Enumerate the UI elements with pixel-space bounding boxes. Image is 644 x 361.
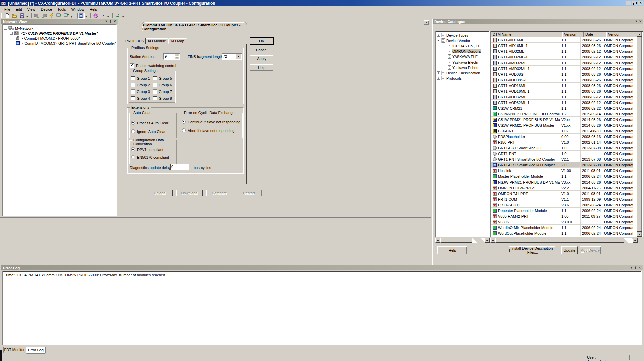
catalogue-tree-icp-das-co-lt[interactable]: ICP DAS Co., LT: [443, 43, 480, 48]
table-row-wordinormix-placeholder-module[interactable]: WordInOrMix Placeholder Module1.12006-02…: [491, 225, 633, 230]
radio-label-abort-if-slave-not-responding[interactable]: Abort if slave not responding: [188, 129, 234, 133]
tab-i-o-map[interactable]: I/O Map: [168, 38, 187, 44]
enable-watchdog-label[interactable]: Enable watchdog control: [136, 64, 176, 68]
monitor-upload-icon[interactable]: [63, 13, 70, 19]
catalogue-tree-device-classification[interactable]: +Device Classification: [437, 70, 481, 75]
checkbox-label-group-4[interactable]: Group 4: [137, 96, 150, 100]
radio-en50170-compliant[interactable]: [131, 155, 135, 159]
table-row-repeater-placeholder-module[interactable]: Repeater Placeholder Module1.12006-02-24…: [491, 208, 633, 213]
table-row-crt1-vmd32ml-1[interactable]: CRT1-VMD32ML-11.12008-02-12OMRON Corpora…: [491, 66, 633, 71]
tab-profibus[interactable]: PROFIBUS: [124, 38, 146, 44]
catalogue-table-hscroll[interactable]: ◀ ▶: [490, 238, 638, 243]
radio-dpv1-compliant[interactable]: [131, 147, 135, 151]
scroll-right-icon[interactable]: ▶: [633, 238, 638, 243]
minimize-icon[interactable]: [626, 1, 631, 5]
chevron-down-icon[interactable]: ▼: [105, 20, 108, 23]
diagnostics-delay-input[interactable]: 0: [170, 164, 189, 170]
tree-item-commdtmcom-3-grt1-prt-smartslice-i-o-coupler[interactable]: IO<CommDTMCOM:3> GRT1-PRT SmartSlice I/O…: [15, 41, 116, 46]
expand-icon[interactable]: +: [437, 71, 440, 74]
scroll-right-icon[interactable]: ▶: [485, 238, 490, 243]
checkbox-group-3[interactable]: [131, 89, 135, 94]
open-icon[interactable]: [11, 13, 18, 19]
checkbox-label-group-2[interactable]: Group 2: [137, 83, 150, 87]
chevron-down-icon[interactable]: ▼: [236, 54, 241, 59]
restore-icon[interactable]: [632, 1, 637, 5]
error-log-entry[interactable]: Time:5:01:34 PM.141 <CommDTMCOM:2> PROFI…: [3, 271, 641, 279]
checkbox-group-5[interactable]: [153, 76, 157, 80]
new-icon[interactable]: [4, 13, 11, 19]
scroll-up-icon[interactable]: ▲: [637, 32, 642, 37]
toolbar-grip[interactable]: [112, 13, 113, 18]
compare-button[interactable]: Compare: [206, 190, 232, 196]
menu-view[interactable]: View: [25, 7, 38, 12]
fins-fragment-select[interactable]: 72 ▼: [222, 53, 242, 60]
checkbox-label-group-5[interactable]: Group 5: [159, 76, 172, 80]
table-row-crt1-vod16ml[interactable]: CRT1-VOD16ML1.12008-03-26OMRON Corporat: [491, 83, 633, 88]
scroll-left-icon[interactable]: ◀: [490, 238, 495, 243]
radio-label-ignore-auto-clear[interactable]: Ignore Auto Clear: [137, 130, 166, 134]
radio-abort-if-slave-not-responding[interactable]: [182, 128, 186, 132]
help-button[interactable]: Help: [250, 64, 273, 71]
table-row-wordout-placeholder-module[interactable]: WordOut Placeholder Module1.12006-02-24O…: [491, 230, 633, 236]
toolbar-grip[interactable]: [90, 13, 91, 18]
catalogue-tree-yaskawa-electri[interactable]: Yaskawa Electri: [443, 59, 479, 65]
checkbox-group-6[interactable]: [153, 83, 157, 87]
close-icon[interactable]: ×: [638, 1, 643, 5]
checkbox-group-7[interactable]: [153, 89, 157, 94]
toolbar-options-icon[interactable]: ▼: [107, 16, 109, 18]
help-button[interactable]: Help: [437, 246, 467, 254]
table-row-crt1-vod16ml-1[interactable]: CRT1-VOD16ML-11.12008-03-26OMRON Corpora…: [491, 88, 633, 94]
ok-button[interactable]: OK: [250, 38, 273, 44]
close-icon[interactable]: ✕: [638, 266, 641, 269]
pin-icon[interactable]: [634, 266, 637, 270]
download-button[interactable]: Download: [176, 190, 203, 196]
export-network-icon[interactable]: [33, 13, 41, 19]
table-row-grt1-crt-smartslice-i-o[interactable]: GRT1-CRT SmartSlice I/O1.02013-07-08OMRO…: [491, 145, 633, 151]
checkbox-group-1[interactable]: [131, 76, 135, 80]
radio-process-auto-clear[interactable]: [131, 121, 135, 125]
menu-window[interactable]: Window: [69, 7, 87, 12]
table-row-v680s[interactable]: V680SV3.0.0OMRON Corporat: [491, 219, 633, 225]
checkbox-group-4[interactable]: [131, 96, 135, 100]
toolbar-options-icon[interactable]: ▼: [122, 16, 124, 18]
checkbox-label-group-7[interactable]: Group 7: [159, 90, 172, 94]
table-row-master-placeholder-module[interactable]: Master Placeholder Module1.12006-02-24OM…: [491, 173, 633, 179]
table-row-cs1w-pnt21-profinet-io-controller[interactable]: CS1W-PNT21 PROFINET IO Controller1.22015…: [491, 111, 633, 117]
import-network-icon[interactable]: [41, 13, 48, 19]
table-row-crt1-vid32ml-1[interactable]: CRT1-VID32ML-11.12008-02-12OMRON Corpora…: [491, 54, 633, 60]
table-row-hostlink[interactable]: HostlinkV1.002011-08-01OMRON Corporat: [491, 168, 633, 173]
table-row-crt1-vid16ml[interactable]: CRT1-VID16ML1.12008-03-26OMRON Corporat: [491, 37, 633, 43]
catalogue-tree-protocols[interactable]: +Protocols: [437, 76, 462, 81]
table-row-grt1-prt-smartslice-i-o-coupler[interactable]: IOGRT1-PRT SmartSlice I/O Coupler2.02013…: [491, 162, 633, 168]
catalogue-tree-yaskawa-eshed[interactable]: Yaskawa Eshed: [443, 65, 479, 70]
update-device-icon[interactable]: [114, 13, 122, 19]
table-row-prt1-com[interactable]: PRT1-COMV1.11999-12-09OMRON Corporat: [491, 196, 633, 202]
tab-i-o-module[interactable]: I/O Module: [146, 38, 168, 44]
spin-down-icon[interactable]: ▼: [175, 56, 179, 59]
upload-button[interactable]: Upload: [147, 190, 173, 196]
table-row-nsjw-prm21-profibus-dp-v1-master[interactable]: NSJW-PRM21 PROFIBUS DP-V1 MasterV3.xx201…: [491, 179, 633, 185]
station-address-input[interactable]: 9 ▲ ▼: [163, 53, 180, 60]
table-row-prt1-scu11[interactable]: PRT1-SCU11V3.62005-08-24OMRON Corporat: [491, 202, 633, 208]
toolbar-grip[interactable]: [31, 13, 32, 18]
checkbox-label-group-8[interactable]: Group 8: [159, 96, 172, 100]
help-icon[interactable]: ?: [99, 13, 107, 19]
tree-item-1-cj1w-prm21-profibus-dp-v1-master[interactable]: −<1> CJ1W-PRM21 PROFIBUS DP-V1 Master*: [10, 31, 98, 36]
collapse-icon[interactable]: −: [10, 32, 13, 35]
checkbox-group-8[interactable]: [153, 96, 157, 100]
pin-icon[interactable]: [109, 20, 112, 23]
monitor-download-icon[interactable]: [55, 13, 63, 19]
table-row-cs1w-prm21-profibus-master[interactable]: CS1W-PRM21 PROFIBUS MasterV1.xx2014-05-2…: [491, 122, 633, 128]
menu-file[interactable]: File: [2, 7, 13, 12]
catalogue-tree-omron-corpora[interactable]: OMRON Corpora: [443, 49, 481, 54]
table-row-crt1-vod32ml-1[interactable]: CRT1-VOD32ML-11.12008-02-12OMRON Corpora…: [491, 100, 633, 105]
web-icon[interactable]: [92, 13, 99, 19]
scroll-left-icon[interactable]: ◀: [435, 238, 440, 243]
scroll-thumb[interactable]: [495, 238, 624, 243]
checkbox-group-2[interactable]: [131, 83, 135, 87]
table-row-crt1-vid16ml-1[interactable]: CRT1-VID16ML-11.12008-03-26OMRON Corpora…: [491, 43, 633, 48]
install-device-description-files-button[interactable]: Install Device Description Files...: [509, 246, 555, 254]
chevron-down-icon[interactable]: ▼: [635, 20, 638, 23]
table-row-f150-prt[interactable]: F150-PRTV1.02002-01-14OMRON Corporat: [491, 139, 633, 145]
table-row-edsplaceholder[interactable]: EDSPlaceholder0.002008-03-13OMRON Corpor…: [491, 134, 633, 139]
